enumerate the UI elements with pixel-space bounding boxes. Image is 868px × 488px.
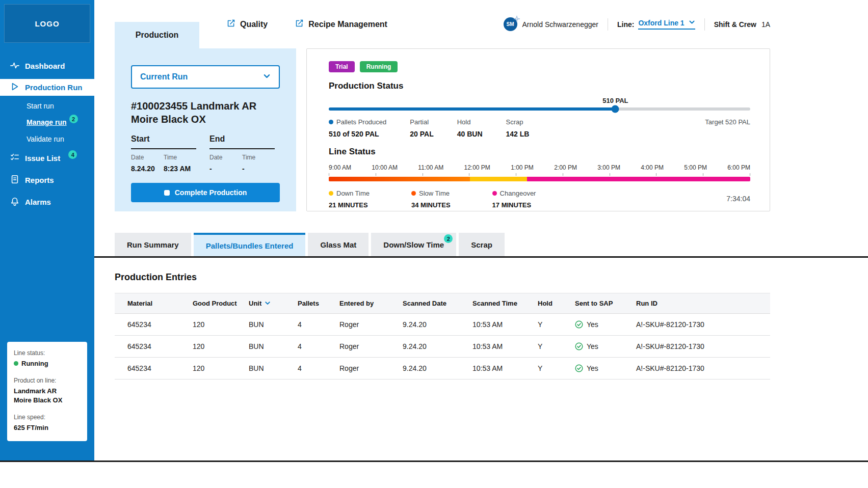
time-label: 10:00 AM [372, 164, 398, 171]
chevron-down-icon [689, 19, 695, 27]
chevron-down-icon [263, 72, 271, 82]
time-label: 1:00 PM [511, 164, 534, 171]
edit-icon [295, 19, 304, 30]
col-material: Material [115, 293, 180, 314]
check-circle-icon [575, 320, 583, 329]
complete-production-button[interactable]: Complete Production [131, 183, 280, 202]
shift-crew-value: 1A [761, 20, 770, 29]
cell-scanned-time: 10:53 AM [460, 358, 525, 379]
chevron-down-icon [265, 300, 271, 306]
col-run-id: Run ID [623, 293, 770, 314]
time-label: 5:00 PM [684, 164, 707, 171]
trial-badge: Trial [329, 61, 355, 72]
separator [608, 18, 608, 31]
table-row: 645234120BUN4Roger9.24.2010:53 AMYYesA!-… [115, 358, 770, 379]
progress-thumb[interactable] [612, 105, 619, 113]
cell-unit: BUN [236, 358, 285, 379]
cell-pallets: 4 [285, 336, 327, 358]
start-label: Start [131, 134, 196, 149]
sidebar-item-production-run[interactable]: Production Run [0, 79, 94, 96]
tab-run-summary[interactable]: Run Summary [115, 233, 191, 256]
legend-down-time: Down Time 21 MINUTES [329, 189, 370, 209]
sidebar-item-manage-run[interactable]: Manage run2 [0, 114, 94, 131]
cell-entered-by: Roger [327, 314, 390, 336]
tick-mark [750, 173, 750, 176]
top-header: Production Quality Recipe Management SM [115, 0, 770, 48]
legend-changeover: Changeover 17 MINUTES [492, 189, 536, 209]
section-divider [94, 256, 868, 258]
gear-icon [514, 15, 520, 21]
cell-run-id: A!-SKU#-82120-1730 [623, 314, 770, 336]
cell-good-product: 120 [180, 358, 236, 379]
tab-glass-mat[interactable]: Glass Mat [308, 233, 369, 256]
user-block: SM Arnold Schwarzenegger Line: Oxford Li… [504, 17, 770, 31]
line-status-card: Line status: Running Product on line: La… [7, 342, 87, 441]
line-selector[interactable]: Oxford Line 1 [638, 19, 695, 30]
cell-material: 645234 [115, 336, 180, 358]
production-entries-section: Production Entries Material Good Product… [115, 272, 770, 379]
product-on-line-value: Landmark AR Moire Black OX [14, 387, 81, 404]
blue-dot-icon [329, 120, 333, 124]
sidebar-item-alarms[interactable]: Alarms [0, 191, 94, 213]
tick-mark [610, 173, 610, 176]
start-column: Start Date 8.24.20 Time 8:23 AM [131, 134, 196, 173]
cell-run-id: A!-SKU#-82120-1730 [623, 336, 770, 358]
metric-pallets-produced: Pallets Produced 510 of 520 PAL [329, 118, 386, 138]
time-label: 2:00 PM [554, 164, 577, 171]
avatar[interactable]: SM [504, 17, 517, 31]
tab-quality[interactable]: Quality [227, 19, 268, 30]
cell-scanned-date: 9.24.20 [390, 336, 460, 358]
slow-time-segment [329, 177, 470, 181]
yellow-dot-icon [329, 191, 333, 196]
cell-scanned-date: 9.24.20 [390, 314, 460, 336]
tab-pallets-bundles-entered[interactable]: Pallets/Bundles Entered [194, 233, 306, 256]
line-status-title: Line Status [329, 147, 750, 157]
timeline-labels: 9:00 AM10:00 AM11:00 AM12:00 PM1:00 PM2:… [329, 164, 750, 171]
col-unit[interactable]: Unit [236, 293, 285, 314]
manage-run-badge: 2 [69, 115, 78, 123]
col-hold: Hold [525, 293, 562, 314]
metric-partial: Partial 20 PAL [410, 118, 433, 138]
tick-mark [423, 173, 423, 176]
tab-production[interactable]: Production [115, 22, 199, 48]
current-run-panel: Current Run #100023455 Landmark AR Moire… [115, 48, 296, 211]
start-date-value: 8.24.20 [131, 165, 164, 173]
col-scanned-date: Scanned Date [390, 293, 460, 314]
cell-hold: Y [525, 314, 562, 336]
time-label: 12:00 PM [464, 164, 490, 171]
cell-run-id: A!-SKU#-82120-1730 [623, 358, 770, 379]
sidebar-item-start-run[interactable]: Start run [0, 98, 94, 114]
tick-mark [563, 173, 563, 176]
sidebar-item-validate-run[interactable]: Validate run [0, 131, 94, 147]
tick-mark [703, 173, 703, 176]
play-icon [10, 82, 19, 93]
time-label: 3:00 PM [597, 164, 620, 171]
start-date-label: Date [131, 154, 164, 161]
run-select-dropdown[interactable]: Current Run [131, 65, 280, 89]
production-metrics: Pallets Produced 510 of 520 PAL Partial … [329, 118, 750, 138]
down-slow-time-badge: 2 [444, 234, 453, 243]
progress-current-label: 510 PAL [602, 97, 628, 104]
metric-hold: Hold 40 BUN [457, 118, 483, 138]
tab-scrap[interactable]: Scrap [459, 233, 505, 256]
tab-recipe-management[interactable]: Recipe Management [295, 19, 387, 30]
line-speed-value: 625 FT/min [14, 423, 81, 432]
down-time-segment [470, 177, 527, 181]
cell-sent-to-sap: Yes [562, 314, 623, 336]
sidebar-item-dashboard[interactable]: Dashboard [0, 55, 94, 77]
sidebar-item-issue-list[interactable]: Issue List4 [0, 147, 94, 169]
checklist-icon [10, 153, 19, 164]
cell-hold: Y [525, 358, 562, 379]
production-progress: 510 PAL [329, 107, 750, 111]
cell-scanned-time: 10:53 AM [460, 314, 525, 336]
square-icon [164, 190, 170, 196]
logo: LOGO [4, 4, 90, 43]
cell-good-product: 120 [180, 336, 236, 358]
end-time-label: Time [242, 154, 275, 161]
tab-down-slow-time[interactable]: Down/Slow Time2 [371, 233, 456, 256]
sidebar-item-reports[interactable]: Reports [0, 169, 94, 191]
time-label: 9:00 AM [329, 164, 351, 171]
col-pallets: Pallets [285, 293, 327, 314]
col-good-product: Good Product [180, 293, 236, 314]
entries-table: Material Good Product Unit Pallets Enter… [115, 293, 770, 379]
